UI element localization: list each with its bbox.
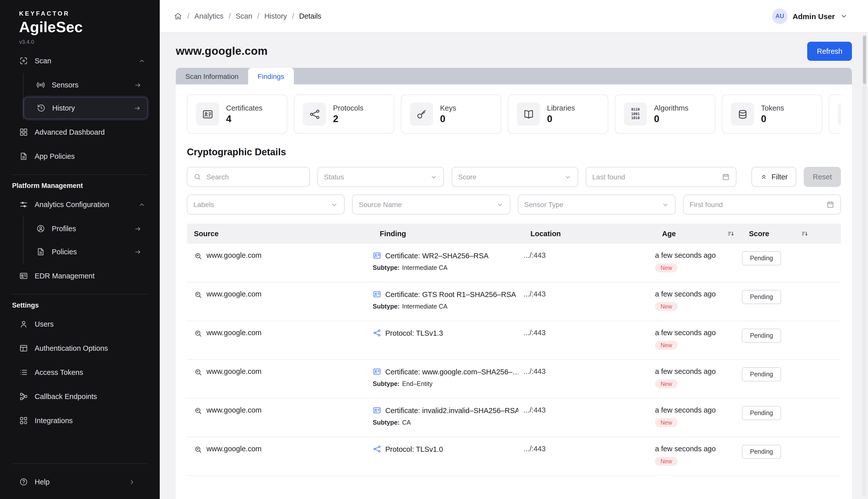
finding-value[interactable]: Protocol: TLSv1.3 xyxy=(385,329,443,337)
search-input-wrap[interactable] xyxy=(187,167,310,187)
table-row[interactable]: www.google.com Certificate: www.google.c… xyxy=(187,360,841,399)
column-location: Location xyxy=(523,230,655,238)
sidebar-item-help[interactable]: Help xyxy=(0,470,160,494)
column-age[interactable]: Age xyxy=(655,230,742,238)
sidebar-item-label: Callback Endpoints xyxy=(35,392,97,401)
score-chip[interactable]: Pending xyxy=(742,329,781,343)
table-row[interactable]: www.google.com Protocol: TLSv1.3 .../:44… xyxy=(187,321,841,360)
sidebar-item-callback-endpoints[interactable]: Callback Endpoints xyxy=(0,385,160,409)
source-name-select[interactable]: Source Name xyxy=(352,194,510,215)
card-libraries: Libraries0 xyxy=(508,95,608,134)
scan-source-icon xyxy=(194,329,202,338)
scan-source-icon xyxy=(194,445,202,454)
findings-table: Source Finding Location Age Score www.go… xyxy=(187,223,841,476)
filter-row-1: Status Score Last found xyxy=(187,167,841,187)
sidebar-item-history[interactable]: History xyxy=(24,97,148,119)
history-icon xyxy=(37,104,46,112)
chevron-down-icon xyxy=(661,201,669,208)
labels-select[interactable]: Labels xyxy=(187,194,345,215)
sidebar-nav: Scan Sensors History Advanced Dashboard xyxy=(0,49,160,499)
sidebar-item-label: Access Tokens xyxy=(35,368,83,376)
card-icon xyxy=(19,271,28,280)
scrollbar-thumb[interactable] xyxy=(863,36,866,84)
finding-value[interactable]: Certificate: WR2–SHA256–RSA xyxy=(385,252,488,259)
location-value: .../:443 xyxy=(523,251,546,259)
source-name-placeholder: Source Name xyxy=(359,200,402,208)
document-icon xyxy=(36,247,45,256)
card-value: 0 xyxy=(440,113,456,124)
column-score-label: Score xyxy=(749,230,769,238)
table-row[interactable]: www.google.com Protocol: TLSv1.0 .../:44… xyxy=(187,437,841,476)
table-row[interactable]: www.google.com Certificate: WR2–SHA256–R… xyxy=(187,244,841,282)
last-found-placeholder: Last found xyxy=(592,173,625,181)
score-chip[interactable]: Pending xyxy=(742,290,781,304)
tab-findings[interactable]: Findings xyxy=(248,68,294,84)
sidebar-item-analytics-configuration[interactable]: Analytics Configuration xyxy=(0,193,160,217)
reset-button[interactable]: Reset xyxy=(804,167,841,187)
first-found-placeholder: First found xyxy=(690,200,723,208)
binary-line: 1010 xyxy=(631,116,640,120)
sort-icon[interactable] xyxy=(727,230,735,238)
sidebar-item-app-policies[interactable]: App Policies xyxy=(0,144,160,168)
tab-scan-information[interactable]: Scan Information xyxy=(176,68,248,84)
location-value: .../:443 xyxy=(523,406,546,414)
content-sheet: Scan Information Findings Certificates4 … xyxy=(176,68,852,499)
user-menu[interactable]: AU Admin User xyxy=(772,8,848,24)
age-value: a few seconds ago xyxy=(655,367,742,375)
column-score[interactable]: Score xyxy=(742,230,841,238)
sidebar-item-scan[interactable]: Scan xyxy=(0,49,160,73)
score-chip[interactable]: Pending xyxy=(742,406,781,420)
table-row[interactable]: www.google.com Certificate: invalid2.inv… xyxy=(187,399,841,437)
age-value: a few seconds ago xyxy=(655,445,742,453)
scan-source-icon xyxy=(194,291,202,299)
subtype-value: End–Entity xyxy=(402,380,433,387)
breadcrumb-separator: / xyxy=(228,12,231,20)
score-select[interactable]: Score xyxy=(451,167,578,187)
sidebar-item-label: Integrations xyxy=(35,417,73,425)
sidebar-item-integrations[interactable]: Integrations xyxy=(0,409,160,433)
sidebar-item-label: Users xyxy=(35,320,54,328)
sidebar-item-authentication-options[interactable]: Authentication Options xyxy=(0,336,160,360)
score-chip[interactable]: Pending xyxy=(742,445,781,459)
network-icon xyxy=(303,102,326,126)
table-row[interactable]: www.google.com Certificate: GTS Root R1–… xyxy=(187,282,841,321)
sidebar-item-advanced-dashboard[interactable]: Advanced Dashboard xyxy=(0,120,160,144)
sidebar-item-policies[interactable]: Policies xyxy=(24,241,148,263)
sort-icon[interactable] xyxy=(801,230,809,238)
sidebar-item-users[interactable]: Users xyxy=(0,312,160,336)
breadcrumb-analytics[interactable]: Analytics xyxy=(195,12,224,20)
sheet-body: Certificates4 Protocols2 Keys0 Libr xyxy=(176,84,852,499)
finding-value[interactable]: Certificate: invalid2.invalid–SHA256–RSA xyxy=(385,406,518,414)
vertical-scrollbar[interactable] xyxy=(863,34,867,497)
chevron-down-icon xyxy=(430,173,437,181)
sidebar-item-access-tokens[interactable]: Access Tokens xyxy=(0,360,160,385)
status-select[interactable]: Status xyxy=(318,167,444,187)
source-value: www.google.com xyxy=(207,445,261,453)
refresh-button[interactable]: Refresh xyxy=(807,42,852,61)
home-icon[interactable] xyxy=(174,12,182,20)
scan-subnav: Sensors History xyxy=(23,73,160,120)
status-badge: New xyxy=(655,263,678,272)
user-name: Admin User xyxy=(793,12,835,20)
avatar[interactable]: AU xyxy=(772,8,788,24)
filter-button-label: Filter xyxy=(771,173,788,181)
app-root: KEYFACTOR AgileSec v3.4.0 Scan Sensors H… xyxy=(0,0,868,499)
breadcrumb-scan[interactable]: Scan xyxy=(236,12,252,20)
age-value: a few seconds ago xyxy=(655,406,742,414)
score-chip[interactable]: Pending xyxy=(742,251,781,265)
table-icon xyxy=(19,344,28,353)
breadcrumb-history[interactable]: History xyxy=(264,12,287,20)
last-found-date-input[interactable]: Last found xyxy=(586,167,736,187)
sidebar-item-edr-management[interactable]: EDR Management xyxy=(0,264,160,288)
filter-button[interactable]: Filter xyxy=(752,167,796,187)
sidebar-item-profiles[interactable]: Profiles xyxy=(24,218,148,240)
finding-value[interactable]: Protocol: TLSv1.0 xyxy=(385,445,443,453)
search-input[interactable] xyxy=(206,172,303,181)
sidebar-item-sensors[interactable]: Sensors xyxy=(24,74,148,96)
score-chip[interactable]: Pending xyxy=(742,367,781,381)
finding-value[interactable]: Certificate: GTS Root R1–SHA256–RSA xyxy=(385,290,516,298)
finding-value[interactable]: Certificate: www.google.com–SHA256–… xyxy=(385,368,518,376)
sensor-type-select[interactable]: Sensor Type xyxy=(518,194,675,215)
first-found-date-input[interactable]: First found xyxy=(683,194,841,215)
breadcrumb-details: Details xyxy=(299,12,322,20)
